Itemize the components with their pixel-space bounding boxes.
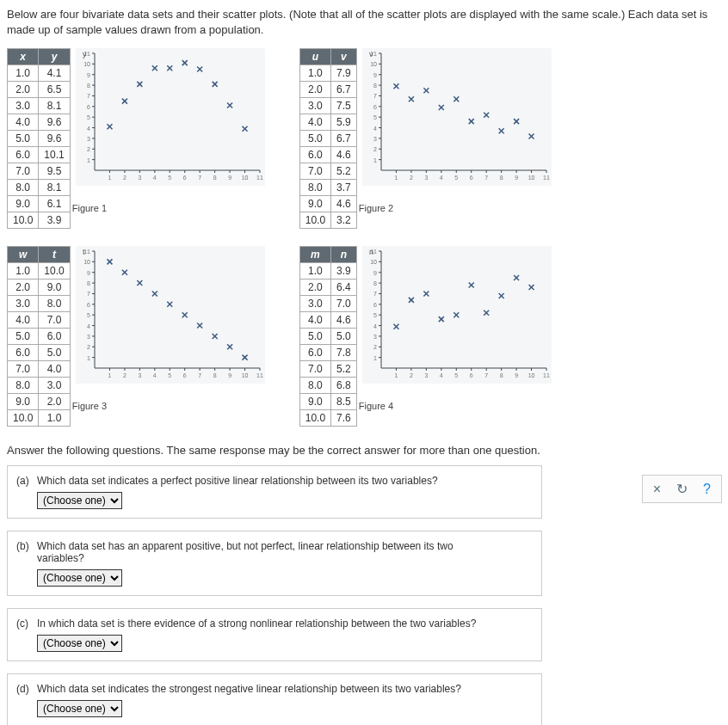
question-text: Which data set indicates a perfect posit… (37, 475, 502, 487)
svg-text:8: 8 (213, 372, 216, 378)
data-point (528, 134, 534, 139)
svg-text:2: 2 (410, 372, 413, 378)
svg-text:9: 9 (87, 270, 90, 276)
svg-text:10: 10 (527, 372, 534, 378)
col-header: u (299, 49, 330, 65)
close-icon[interactable]: × (653, 482, 661, 497)
answer-select[interactable]: (Choose one) (37, 635, 122, 652)
scatter-plot: 11223344556677889910101111t (76, 246, 265, 384)
answer-select[interactable]: (Choose one) (37, 569, 122, 587)
data-point (498, 129, 503, 134)
data-point (393, 84, 398, 89)
table-row: 4.04.6 (299, 312, 356, 329)
data-point (107, 125, 112, 130)
data-point (242, 126, 247, 132)
data-point (137, 280, 142, 286)
svg-text:v: v (369, 50, 373, 58)
svg-text:6: 6 (182, 175, 186, 181)
data-point (122, 270, 127, 275)
svg-text:3: 3 (373, 136, 377, 142)
table-row: 10.01.0 (8, 410, 71, 427)
table-row: 5.05.0 (299, 329, 356, 345)
data-point (423, 89, 429, 94)
table-row: 7.04.0 (8, 361, 71, 378)
data-point (152, 292, 157, 297)
data-point (122, 99, 127, 104)
figure-caption: Figure 1 (72, 203, 265, 213)
data-point (242, 355, 247, 360)
svg-text:2: 2 (373, 345, 377, 351)
table-row: 4.05.9 (299, 114, 356, 131)
data-point (182, 61, 187, 66)
data-point (227, 345, 232, 350)
data-table: mn1.03.92.06.43.07.04.04.65.05.06.07.87.… (299, 246, 357, 427)
help-icon[interactable]: ? (703, 482, 711, 497)
table-row: 5.09.6 (8, 131, 71, 147)
table-row: 9.06.1 (8, 196, 71, 212)
table-row: 3.08.0 (8, 296, 71, 312)
svg-text:6: 6 (470, 372, 473, 378)
svg-text:1: 1 (373, 355, 377, 361)
svg-text:1: 1 (394, 372, 398, 378)
question-box: (b)Which data set has an apparent positi… (7, 531, 542, 596)
svg-text:3: 3 (87, 136, 90, 142)
svg-text:7: 7 (87, 94, 90, 100)
table-row: 3.07.0 (299, 296, 356, 312)
table-row: 6.07.8 (299, 345, 356, 361)
svg-text:10: 10 (241, 175, 248, 181)
questions-intro: Answer the following questions. The same… (7, 444, 721, 457)
data-point (439, 317, 444, 323)
table-row: 9.02.0 (8, 394, 71, 410)
table-row: 7.09.5 (8, 163, 71, 180)
col-header: x (8, 49, 39, 65)
answer-select[interactable]: (Choose one) (37, 700, 122, 717)
svg-text:11: 11 (256, 175, 263, 181)
table-row: 6.010.1 (8, 147, 71, 163)
svg-text:4: 4 (440, 175, 443, 181)
question-box: ×↻?(a)Which data set indicates a perfect… (7, 465, 542, 519)
data-point (409, 97, 414, 102)
data-point (212, 82, 217, 87)
svg-text:8: 8 (373, 83, 377, 89)
question-id: (a) (16, 475, 37, 487)
data-point (212, 334, 217, 339)
table-row: 7.05.2 (299, 163, 356, 180)
table-row: 10.03.9 (8, 212, 71, 229)
table-row: 2.06.4 (299, 280, 356, 296)
svg-text:1: 1 (373, 157, 377, 163)
svg-text:8: 8 (499, 175, 503, 181)
svg-text:10: 10 (83, 62, 90, 68)
svg-text:1: 1 (87, 157, 90, 163)
svg-text:1: 1 (394, 175, 398, 181)
data-point (468, 283, 473, 288)
svg-text:1: 1 (108, 372, 111, 378)
svg-text:9: 9 (373, 270, 377, 276)
table-row: 6.05.0 (8, 345, 71, 361)
data-point (167, 302, 172, 307)
answer-select[interactable]: (Choose one) (37, 492, 122, 509)
data-point (182, 313, 187, 318)
svg-text:7: 7 (373, 292, 377, 298)
svg-text:8: 8 (499, 372, 503, 378)
svg-text:1: 1 (108, 175, 111, 181)
svg-text:6: 6 (87, 302, 90, 308)
svg-text:7: 7 (87, 292, 90, 298)
data-table: uv1.07.92.06.73.07.54.05.95.06.76.04.67.… (299, 48, 357, 229)
panel-4: mn1.03.92.06.43.07.04.04.65.05.06.07.87.… (299, 246, 552, 427)
svg-text:8: 8 (373, 280, 377, 286)
data-table: xy1.04.12.06.53.08.14.09.65.09.66.010.17… (7, 48, 71, 229)
svg-text:9: 9 (373, 72, 377, 78)
table-row: 1.010.0 (8, 263, 71, 280)
scatter-plot: 11223344556677889910101111y (76, 48, 265, 186)
svg-text:9: 9 (515, 175, 518, 181)
table-row: 3.08.1 (8, 98, 71, 114)
data-point (152, 66, 157, 71)
question-text: In which data set is there evidence of a… (37, 617, 502, 630)
svg-text:2: 2 (373, 147, 377, 153)
table-row: 2.06.5 (8, 82, 71, 98)
svg-text:3: 3 (138, 372, 141, 378)
table-row: 8.06.8 (299, 378, 356, 394)
svg-text:4: 4 (373, 126, 377, 132)
refresh-icon[interactable]: ↻ (676, 481, 688, 497)
table-row: 8.03.7 (299, 180, 356, 196)
